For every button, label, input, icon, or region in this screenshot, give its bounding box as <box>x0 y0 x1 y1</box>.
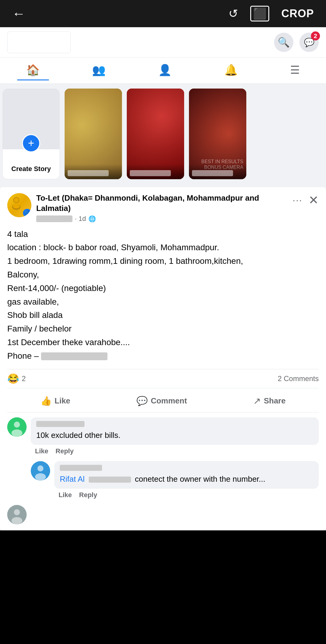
post-sub-info: · 1d 🌐 <box>36 215 292 223</box>
more-options-button[interactable]: ··· <box>292 195 302 206</box>
comment-2-text: Rifat Al conetect the owner with the num… <box>60 474 265 484</box>
post-avatar-image: 🔵 <box>7 193 31 217</box>
post-author-name-blurred <box>36 215 72 222</box>
comments-count[interactable]: 2 Comments <box>278 374 319 383</box>
story-name-bar-1 <box>65 164 122 179</box>
fb-header-icons: 🔍 💬 2 <box>274 33 319 52</box>
top-toolbar: ← ↺ ⬛ CROP <box>0 0 326 27</box>
story-card-3[interactable]: BEST IN RESULTSBONUS CAMERA <box>189 89 246 179</box>
share-label: Share <box>264 396 286 406</box>
fb-logo <box>7 31 71 53</box>
svg-point-6 <box>11 429 22 437</box>
comment-button[interactable]: 💬 Comment <box>130 393 193 409</box>
fb-header: 🔍 💬 2 <box>0 27 326 58</box>
reaction-emoji: 😂 <box>7 373 19 384</box>
globe-icon: 🌐 <box>88 215 96 222</box>
comment-1-like[interactable]: Like <box>35 447 48 455</box>
post-avatar: 🔵 <box>7 193 31 217</box>
svg-point-11 <box>14 509 20 515</box>
create-story-card[interactable]: + Create Story <box>2 89 60 179</box>
comment-1-content: 10k excluded other bills. Like Reply <box>31 417 319 455</box>
post-actions-header: ··· ✕ <box>292 193 319 207</box>
reaction-count: 2 <box>22 374 26 383</box>
comment-2-actions: Like Reply <box>54 491 319 499</box>
search-button[interactable]: 🔍 <box>274 33 293 52</box>
comment-2-reply[interactable]: Reply <box>79 491 97 499</box>
post-card: 🔵 To-Let (Dhaka= Dhanmondi, Kolabagan, M… <box>0 187 326 530</box>
story-card-1[interactable] <box>65 89 122 179</box>
post-line-4: Balcony, <box>7 268 319 282</box>
post-group-name: To-Let (Dhaka= Dhanmondi, Kolabagan, Moh… <box>36 193 292 214</box>
avatar-verified-icon: 🔵 <box>23 209 31 217</box>
share-icon: ↗ <box>253 396 261 406</box>
post-line-8: Family / bechelor <box>7 322 319 336</box>
comment-avatar-2 <box>31 461 50 481</box>
home-icon: 🏠 <box>26 64 40 76</box>
post-line-5: Rent-14,000/- (negotiable) <box>7 282 319 295</box>
comment-2-text-body: conetect the owner with the number... <box>135 474 265 484</box>
post-line-9: 1st December theke varahobe.... <box>7 336 319 349</box>
nav-menu[interactable]: ☰ <box>281 61 309 80</box>
comment-1-bubble: 10k excluded other bills. <box>31 417 319 445</box>
story-name-bar-3 <box>189 164 246 179</box>
comment-2-content: Rifat Al conetect the owner with the num… <box>54 461 319 499</box>
plus-icon: + <box>28 137 34 150</box>
fb-app-content: 🔍 💬 2 🏠 👥 👤 🔔 ☰ + <box>0 27 326 530</box>
like-button[interactable]: 👍 Like <box>34 393 76 409</box>
story-add-button[interactable]: + <box>22 134 40 152</box>
post-line-3: 1 bedroom, 1drawing romm,1 dining room, … <box>7 254 319 268</box>
friends-icon: 👥 <box>92 64 106 76</box>
more-comments-area <box>7 505 319 524</box>
stories-row: + Create Story <box>0 84 326 184</box>
story-card-2[interactable] <box>127 89 184 179</box>
like-icon: 👍 <box>40 396 52 406</box>
post-line-1: 4 tala <box>7 228 319 241</box>
toolbar-right-icons: ↺ ⬛ CROP <box>229 6 314 21</box>
post-line-7: Shob bill alada <box>7 309 319 322</box>
story-author-1 <box>68 170 109 176</box>
svg-point-8 <box>37 465 43 471</box>
comment-1-text: 10k excluded other bills. <box>36 431 120 440</box>
crop-button[interactable]: CROP <box>281 7 314 20</box>
comment-2-author-blurred <box>60 465 102 471</box>
post-header: 🔵 To-Let (Dhaka= Dhanmondi, Kolabagan, M… <box>7 193 319 223</box>
compare-view-icon[interactable]: ⬛ <box>250 6 269 21</box>
nav-notifications[interactable]: 🔔 <box>215 61 247 80</box>
rotate-icon[interactable]: ↺ <box>229 7 238 20</box>
comment-2-like[interactable]: Like <box>59 491 72 499</box>
post-time: · 1d <box>75 215 86 223</box>
messenger-badge: 2 <box>311 31 320 40</box>
post-reactions-bar: 😂 2 2 Comments <box>7 369 319 388</box>
story-author-2 <box>130 170 171 176</box>
close-post-button[interactable]: ✕ <box>308 193 319 207</box>
nav-friends[interactable]: 👥 <box>83 61 115 80</box>
comment-2-bubble: Rifat Al conetect the owner with the num… <box>54 461 319 489</box>
share-button[interactable]: ↗ Share <box>247 393 292 409</box>
svg-point-2 <box>14 198 19 202</box>
comment-avatar-1 <box>7 417 27 437</box>
comment-1-reply[interactable]: Reply <box>56 447 74 455</box>
nav-home[interactable]: 🏠 <box>17 61 49 80</box>
story-author-3 <box>192 170 233 176</box>
svg-point-9 <box>35 473 46 481</box>
post-body: 4 tala location : block- b babor road, S… <box>7 228 319 363</box>
messenger-button[interactable]: 💬 2 <box>299 33 319 52</box>
fb-nav: 🏠 👥 👤 🔔 ☰ <box>0 58 326 84</box>
post-line-10: Phone – <box>7 349 319 363</box>
comment-2-mention: Rifat Al <box>60 474 85 484</box>
post-line-2: location : block- b babor road, Shyamoli… <box>7 241 319 254</box>
bottom-commenter-avatar <box>7 505 27 524</box>
nav-profile[interactable]: 👤 <box>149 61 181 80</box>
post-author-info: 🔵 To-Let (Dhaka= Dhanmondi, Kolabagan, M… <box>7 193 292 223</box>
comment-2-name-blurred <box>89 477 131 483</box>
like-label: Like <box>55 396 70 406</box>
create-story-label: Create Story <box>3 165 59 173</box>
menu-icon: ☰ <box>290 64 300 76</box>
comments-section: 10k excluded other bills. Like Reply <box>7 413 319 524</box>
comment-1-author-blurred <box>36 421 85 427</box>
svg-point-12 <box>11 517 22 524</box>
story-name-bar-2 <box>127 164 184 179</box>
back-button[interactable]: ← <box>12 6 25 21</box>
post-meta: To-Let (Dhaka= Dhanmondi, Kolabagan, Moh… <box>36 193 292 223</box>
svg-point-5 <box>14 422 20 428</box>
